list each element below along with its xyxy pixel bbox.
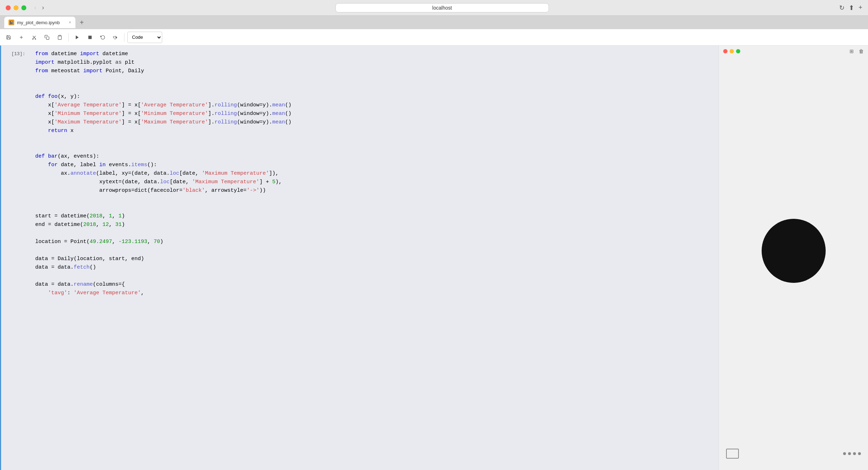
output-circle [762,219,826,283]
maximize-button[interactable] [21,5,26,10]
window-controls [6,5,26,10]
reload-button[interactable]: ↻ [839,4,845,12]
address-bar-container: localhost [51,3,833,12]
restart-run-button[interactable] [110,32,121,43]
new-tab-button[interactable]: + [858,4,862,11]
add-cell-button[interactable] [16,32,27,43]
browser-actions: ↻ ⬆ + [839,4,862,12]
back-button[interactable]: ‹ [32,3,38,12]
tab-close-button[interactable]: × [69,20,71,25]
toolbar-separator-2 [124,33,125,42]
panel-close-dot [723,49,727,53]
title-bar: ‹ › localhost ↻ ⬆ + [0,0,868,16]
svg-rect-7 [59,35,61,36]
share-button[interactable]: ⬆ [849,4,854,12]
paste-button[interactable] [54,32,65,43]
cell-content[interactable]: from datetime import datetime import mat… [30,46,719,470]
forward-button[interactable]: › [40,3,46,12]
main-content: [13]: from datetime import datetime impo… [0,46,868,470]
dot-3 [853,452,856,455]
panel-filter-button[interactable]: ⊞ [850,48,854,54]
code-cell: [13]: from datetime import datetime impo… [0,46,719,470]
cell-label: [13]: [1,46,30,470]
dot-1 [843,452,846,455]
notebook-icon: 📓 [9,20,14,25]
notebook-area: [13]: from datetime import datetime impo… [0,46,719,470]
tabs-bar: 📓 my_plot_demo.ipynb × + [0,16,868,29]
dot-2 [848,452,851,455]
svg-rect-9 [88,36,91,39]
save-button[interactable] [3,32,14,43]
run-cell-button[interactable] [72,32,83,43]
close-button[interactable] [6,5,11,10]
cut-button[interactable] [28,32,40,43]
code-block: from datetime import datetime import mat… [35,50,713,297]
nav-buttons: ‹ › [32,3,46,12]
svg-rect-6 [46,37,49,39]
dot-4 [858,452,861,455]
new-tab-plus-button[interactable]: + [77,18,87,27]
active-tab[interactable]: 📓 my_plot_demo.ipynb × [4,17,75,28]
jupyter-toolbar: Code Markdown Raw [0,29,868,46]
panel-delete-button[interactable]: 🗑 [859,48,864,54]
panel-minimize-dot [730,49,734,53]
copy-button[interactable] [41,32,53,43]
right-panel: ⊞ 🗑 [719,46,868,470]
svg-marker-8 [76,35,79,39]
minimize-button[interactable] [14,5,18,10]
panel-titlebar: ⊞ 🗑 [719,46,868,57]
panel-maximize-dot [736,49,740,53]
toolbar-separator-1 [68,33,69,42]
cell-type-select[interactable]: Code Markdown Raw [127,32,162,43]
dots-indicator [843,452,861,455]
stop-kernel-button[interactable] [84,32,96,43]
display-icon [726,449,739,459]
tab-title: my_plot_demo.ipynb [17,20,60,25]
restart-kernel-button[interactable] [97,32,108,43]
panel-display-area [719,57,868,444]
address-bar[interactable]: localhost [335,3,549,12]
panel-bottom-bar [719,444,868,463]
